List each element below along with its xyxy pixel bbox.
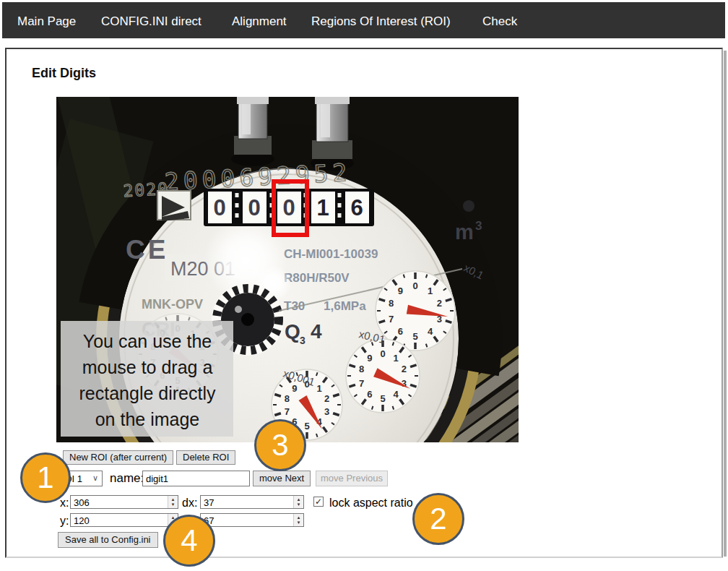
svg-text:4: 4 — [428, 326, 433, 337]
svg-text:1: 1 — [428, 286, 433, 296]
svg-text:5: 5 — [304, 421, 309, 432]
svg-text:8: 8 — [389, 298, 394, 309]
svg-text:8: 8 — [285, 393, 290, 404]
move-next-button[interactable]: move Next — [253, 471, 311, 486]
svg-text:7: 7 — [389, 314, 394, 325]
dx-spinner[interactable]: ▲ ▼ — [293, 496, 303, 508]
svg-text:rectangle directly: rectangle directly — [79, 383, 216, 403]
svg-text:8: 8 — [359, 364, 364, 374]
chevron-down-icon: ∨ — [92, 473, 98, 483]
spin-down-icon[interactable]: ▼ — [297, 502, 301, 507]
svg-text:5: 5 — [412, 331, 417, 342]
dx-input[interactable]: 37 ▲ ▼ — [200, 495, 304, 509]
svg-text:MNK-OPV: MNK-OPV — [142, 297, 203, 312]
svg-text:3: 3 — [324, 406, 329, 417]
svg-text:9: 9 — [398, 286, 403, 296]
svg-text:0: 0 — [282, 195, 295, 220]
svg-text:0: 0 — [213, 195, 225, 220]
x-spinner[interactable]: ▲ ▼ — [168, 496, 178, 508]
dy-spinner[interactable]: ▲ ▼ — [293, 514, 303, 526]
annotation-badge-2: 2 — [412, 493, 464, 545]
dy-input[interactable]: 67 ▲ ▼ — [200, 513, 304, 527]
annotation-badge-1: 1 — [20, 452, 71, 503]
spin-up-icon[interactable]: ▲ — [297, 497, 301, 502]
svg-text:7: 7 — [359, 378, 364, 389]
svg-text:CH-MI001-10039: CH-MI001-10039 — [284, 247, 378, 261]
svg-text:9: 9 — [367, 353, 372, 364]
nav-item-config-ini-direct[interactable]: CONFIG.INI direct — [101, 14, 202, 29]
svg-text:0: 0 — [248, 195, 260, 220]
svg-text:mouse to drag a: mouse to drag a — [82, 357, 213, 377]
annotation-badge-4: 4 — [163, 515, 215, 567]
svg-text:5: 5 — [380, 393, 385, 404]
spin-down-icon[interactable]: ▼ — [297, 520, 301, 525]
spin-up-icon[interactable]: ▲ — [171, 497, 176, 502]
svg-text:0: 0 — [412, 280, 417, 291]
nav-item-regions-of-interest-roi[interactable]: Regions Of Interest (ROI) — [311, 14, 451, 29]
svg-text:2: 2 — [402, 364, 407, 374]
lock-aspect-checkbox[interactable]: ✓ — [313, 497, 324, 507]
svg-text:CE: CE — [126, 235, 168, 265]
drag-hint-overlay: You can use the mouse to drag a rectangl… — [61, 321, 233, 437]
svg-text:6: 6 — [367, 389, 372, 400]
svg-text:You can use the: You can use the — [83, 331, 212, 351]
checkmark-icon: ✓ — [315, 497, 322, 507]
svg-text:4: 4 — [311, 320, 322, 343]
svg-text:1: 1 — [394, 353, 399, 364]
lock-aspect-label: lock aspect ratio — [329, 497, 413, 510]
svg-text:6: 6 — [350, 195, 363, 220]
name-label: name: — [110, 471, 144, 486]
svg-text:1,6MPa: 1,6MPa — [324, 299, 366, 313]
svg-text:2: 2 — [437, 298, 442, 309]
dial-x0-1: 0123456789 — [376, 271, 455, 351]
dx-label: dx: — [182, 497, 197, 510]
delete-roi-button[interactable]: Delete ROI — [176, 450, 235, 465]
y-input[interactable]: 120 ▲ ▼ — [70, 513, 178, 527]
nav-item-check[interactable]: Check — [482, 14, 517, 29]
save-config-button[interactable]: Save all to Config.ini — [58, 532, 158, 548]
y-label: y: — [60, 515, 69, 528]
x-input[interactable]: 306 ▲ ▼ — [70, 495, 178, 509]
svg-text:0: 0 — [380, 348, 385, 359]
meter-image[interactable]: 2020 2000692952 CE M20 01 CH-MI001-10039… — [56, 97, 519, 442]
dial-x0-01: 0123456789 — [346, 339, 420, 413]
svg-text:1: 1 — [316, 195, 329, 220]
svg-text:2: 2 — [324, 393, 329, 404]
svg-text:4: 4 — [394, 389, 399, 400]
svg-text:3: 3 — [475, 219, 482, 233]
name-input[interactable] — [142, 471, 250, 486]
svg-text:R80H/R50V: R80H/R50V — [284, 271, 350, 285]
svg-text:6: 6 — [398, 326, 403, 337]
nav-item-main-page[interactable]: Main Page — [17, 14, 76, 29]
annotation-badge-3: 3 — [254, 419, 306, 471]
scrollbar-strip[interactable] — [724, 51, 727, 557]
svg-text:1: 1 — [316, 383, 321, 394]
svg-text:Q: Q — [285, 320, 300, 343]
svg-text:on the image: on the image — [95, 409, 200, 429]
spin-down-icon[interactable]: ▼ — [171, 502, 176, 507]
top-nav-bar: Main PageCONFIG.INI directAlignmentRegio… — [2, 2, 725, 38]
move-previous-button[interactable]: move Previous — [316, 471, 388, 486]
spin-up-icon[interactable]: ▲ — [297, 515, 301, 520]
svg-text:9: 9 — [292, 383, 297, 394]
svg-text:7: 7 — [285, 406, 290, 417]
nav-item-alignment[interactable]: Alignment — [232, 14, 287, 29]
page-title: Edit Digits — [32, 66, 96, 81]
x-label: x: — [60, 497, 69, 510]
svg-text:3: 3 — [300, 335, 306, 346]
new-roi-button[interactable]: New ROI (after current) — [63, 450, 173, 465]
svg-text:m: m — [455, 220, 474, 244]
